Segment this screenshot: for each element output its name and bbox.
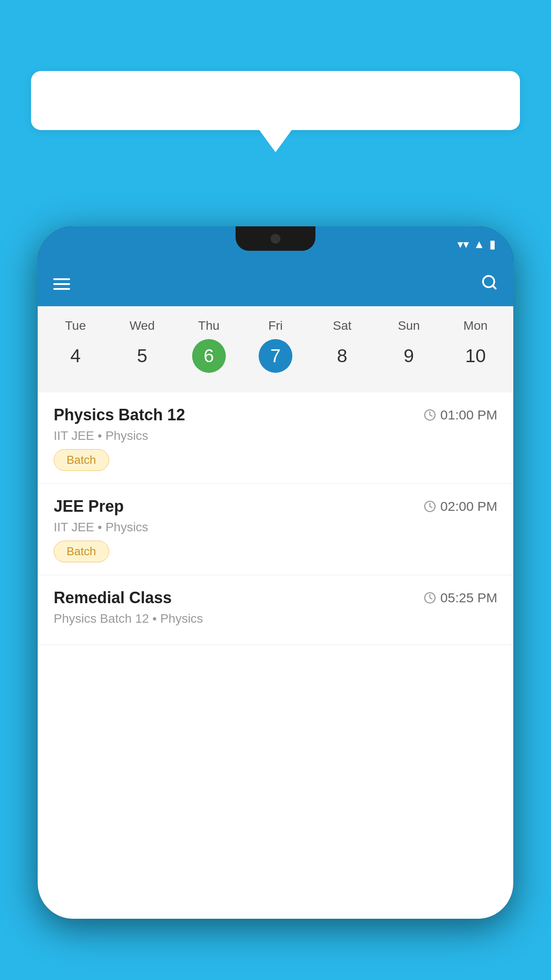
class-time: 01:00 PM [424,407,497,423]
phone-frame: ▾▾ ▲ ▮ [38,226,513,919]
class-time: 05:25 PM [424,590,497,605]
day-number: 9 [392,339,426,373]
day-col-sun[interactable]: Sun9 [380,319,438,373]
day-number: 4 [59,339,92,373]
day-name: Tue [65,319,86,333]
class-meta: Physics Batch 12 • Physics [54,612,497,626]
menu-button[interactable] [53,278,70,290]
class-name: Physics Batch 12 [54,406,185,424]
days-row: Tue4Wed5Thu6Fri7Sat8Sun9Mon10 [38,319,513,373]
class-meta: IIT JEE • Physics [54,520,497,534]
day-col-mon[interactable]: Mon10 [447,319,504,373]
selected-date-label [38,373,513,388]
day-number: 8 [325,339,359,373]
day-name: Thu [198,319,220,333]
class-name: Remedial Class [54,589,172,607]
day-col-fri[interactable]: Fri7 [247,319,304,373]
day-name: Fri [268,319,283,333]
calendar-strip: Tue4Wed5Thu6Fri7Sat8Sun9Mon10 [38,306,513,392]
notch [236,226,315,251]
search-button[interactable] [481,274,498,295]
day-number: 5 [125,339,159,373]
day-name: Sat [333,319,351,333]
app-header [38,262,513,306]
speech-bubble [31,71,520,130]
day-col-thu[interactable]: Thu6 [180,319,238,373]
class-name: JEE Prep [54,497,124,516]
class-item[interactable]: JEE Prep 02:00 PMIIT JEE • PhysicsBatch [38,484,513,575]
wifi-icon: ▾▾ [457,237,469,251]
class-meta: IIT JEE • Physics [54,429,497,443]
status-bar: ▾▾ ▲ ▮ [38,226,513,262]
phone-container: ▾▾ ▲ ▮ [38,226,513,980]
svg-line-1 [492,285,496,288]
day-col-sat[interactable]: Sat8 [313,319,371,373]
day-number: 6 [192,339,226,373]
batch-badge: Batch [54,541,109,562]
camera [271,234,280,244]
phone-screen: Tue4Wed5Thu6Fri7Sat8Sun9Mon10 Physics Ba… [38,262,513,919]
class-item-header: JEE Prep 02:00 PM [54,497,497,516]
day-name: Wed [130,319,155,333]
class-list: Physics Batch 12 01:00 PMIIT JEE • Physi… [38,392,513,645]
batch-badge: Batch [54,449,109,471]
day-col-wed[interactable]: Wed5 [113,319,171,373]
day-col-tue[interactable]: Tue4 [47,319,104,373]
signal-icon: ▲ [473,237,485,251]
class-item[interactable]: Remedial Class 05:25 PMPhysics Batch 12 … [38,575,513,645]
day-number: 7 [259,339,292,373]
speech-bubble-container [31,71,520,130]
class-item-header: Physics Batch 12 01:00 PM [54,406,497,424]
day-name: Sun [398,319,420,333]
class-item-header: Remedial Class 05:25 PM [54,589,497,607]
day-number: 10 [459,339,492,373]
battery-icon: ▮ [489,237,496,251]
class-item[interactable]: Physics Batch 12 01:00 PMIIT JEE • Physi… [38,392,513,484]
status-icons: ▾▾ ▲ ▮ [457,237,496,251]
day-name: Mon [464,319,488,333]
class-time: 02:00 PM [424,499,497,514]
